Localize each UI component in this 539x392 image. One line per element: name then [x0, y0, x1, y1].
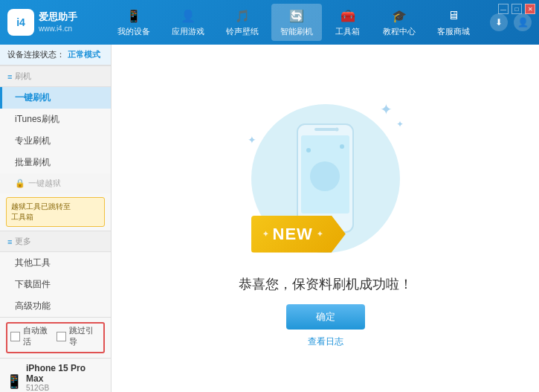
- new-badge: ✦ NEW ✦: [251, 216, 346, 253]
- nav-tab-toolbox[interactable]: 🧰 工具箱: [326, 4, 370, 41]
- auto-box: 自动激活 跳过引导: [6, 322, 105, 353]
- logo-icon: i4: [7, 9, 34, 36]
- header: i4 爱思助手 www.i4.cn 📱 我的设备 👤 应用游戏 🎵 铃声壁纸 🔄: [0, 0, 539, 45]
- sparkle-2: ✦: [396, 119, 404, 129]
- phone-illustration: ✦ ✦ ✦ ✦ NEW ✦: [244, 89, 407, 268]
- sidebar-alert: 越狱工具已跳转至 工具箱: [6, 197, 105, 227]
- auto-activate-label: 自动激活: [23, 325, 54, 347]
- success-message: 恭喜您，保资料刷机成功啦！: [239, 275, 413, 293]
- sidebar-item-batch-flash[interactable]: 批量刷机: [0, 152, 111, 173]
- sidebar: 设备连接状态： 正常模式 ≡ 刷机 一键刷机 iTunes刷机 专业刷机 批量刷…: [0, 45, 112, 392]
- sidebar-group-more: ≡ 更多: [0, 231, 111, 252]
- auto-activate-checkbox[interactable]: [10, 332, 20, 341]
- sidebar-item-other-tools[interactable]: 其他工具: [0, 252, 111, 274]
- flash-group-icon: ≡: [7, 72, 12, 81]
- svg-point-6: [340, 144, 344, 149]
- auto-area: 自动激活 跳过引导: [0, 317, 111, 358]
- device-row: 📱 iPhone 15 Pro Max 512GB iPhone: [6, 363, 105, 392]
- status-label: 设备连接状态：: [7, 49, 65, 60]
- user-button[interactable]: 👤: [514, 13, 532, 31]
- auto-activate-row: 自动激活: [10, 325, 54, 347]
- nav-tab-ringtones[interactable]: 🎵 铃声壁纸: [217, 4, 268, 41]
- status-bar: 设备连接状态： 正常模式: [0, 45, 111, 65]
- tutorial-icon: 🎓: [391, 7, 407, 24]
- auto-guide-label: 跳过引导: [69, 325, 100, 347]
- nav-tabs: 📱 我的设备 👤 应用游戏 🎵 铃声壁纸 🔄 智能刷机 🧰 工具箱 🎓: [97, 4, 490, 41]
- sparkle-3: ✦: [248, 134, 256, 146]
- device-phone-icon: 📱: [6, 373, 22, 390]
- maximize-button[interactable]: □: [511, 4, 522, 14]
- svg-point-7: [310, 161, 340, 191]
- svg-rect-3: [314, 128, 336, 131]
- status-value: 正常模式: [68, 49, 100, 60]
- download-button[interactable]: ⬇: [490, 13, 508, 31]
- flash-icon: 🔄: [288, 7, 305, 24]
- auto-guide-row: 跳过引导: [57, 325, 100, 347]
- apps-icon: 👤: [180, 7, 196, 24]
- window-controls: — □ ✕: [498, 4, 535, 14]
- lock-icon: 🔒: [15, 179, 25, 188]
- sidebar-item-pro-flash[interactable]: 专业刷机: [0, 130, 111, 152]
- sidebar-item-one-key-flash[interactable]: 一键刷机: [0, 87, 111, 109]
- device-info: 📱 iPhone 15 Pro Max 512GB iPhone: [0, 358, 111, 392]
- sparkle-1: ✦: [380, 100, 393, 118]
- device-name: iPhone 15 Pro Max: [26, 363, 105, 384]
- more-group-icon: ≡: [7, 237, 12, 246]
- new-ribbon: ✦ NEW ✦: [251, 216, 346, 253]
- sidebar-group-jailbreak: 🔒 一键越狱: [0, 173, 111, 193]
- content-area: ✦ ✦ ✦ ✦ NEW ✦ 恭喜您，保资料刷机成功啦！ 确定 查看日志: [112, 45, 539, 392]
- sidebar-item-itunes-flash[interactable]: iTunes刷机: [0, 109, 111, 130]
- close-button[interactable]: ✕: [525, 4, 535, 14]
- ringtones-icon: 🎵: [234, 7, 251, 24]
- nav-tab-apps-games[interactable]: 👤 应用游戏: [163, 4, 213, 41]
- minimize-button[interactable]: —: [498, 4, 509, 14]
- device-details: iPhone 15 Pro Max 512GB iPhone: [26, 363, 105, 392]
- nav-tab-tutorial[interactable]: 🎓 教程中心: [374, 4, 425, 41]
- service-icon: 🖥: [445, 7, 462, 24]
- sidebar-item-advanced[interactable]: 高级功能: [0, 295, 111, 317]
- toolbox-icon: 🧰: [340, 7, 356, 24]
- sidebar-item-download-fw[interactable]: 下载固件: [0, 274, 111, 295]
- device-icon: 📱: [126, 7, 142, 24]
- device-storage: 512GB: [26, 384, 105, 392]
- main-area: 设备连接状态： 正常模式 ≡ 刷机 一键刷机 iTunes刷机 专业刷机 批量刷…: [0, 45, 539, 392]
- sidebar-group-flash: ≡ 刷机: [0, 65, 111, 87]
- svg-point-5: [306, 148, 311, 152]
- logo: i4 爱思助手 www.i4.cn: [7, 9, 97, 36]
- nav-tab-service[interactable]: 🖥 客服商城: [428, 4, 479, 41]
- logo-text: 爱思助手 www.i4.cn: [39, 10, 77, 34]
- nav-tab-smart-flash[interactable]: 🔄 智能刷机: [271, 4, 322, 41]
- auto-guide-checkbox[interactable]: [57, 332, 66, 341]
- nav-tab-my-device[interactable]: 📱 我的设备: [109, 4, 159, 41]
- confirm-button[interactable]: 确定: [286, 304, 365, 330]
- svg-point-4: [335, 128, 339, 132]
- log-link[interactable]: 查看日志: [308, 335, 343, 348]
- header-right: ⬇ 👤: [490, 13, 532, 31]
